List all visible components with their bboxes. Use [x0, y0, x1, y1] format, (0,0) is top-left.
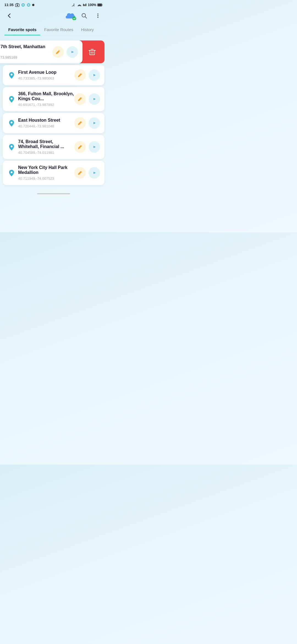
- edit-button-4[interactable]: [74, 141, 86, 153]
- item-content: 74, Broad Street, Whitehall, Financial .…: [18, 139, 74, 155]
- svg-point-31: [11, 171, 13, 173]
- swipe-card-actions: [52, 46, 78, 58]
- svg-point-19: [97, 15, 98, 16]
- cloud-sync-button[interactable]: [65, 11, 75, 21]
- svg-point-1: [17, 4, 18, 6]
- status-right: 100%: [72, 3, 103, 7]
- tab-favorite-spots[interactable]: Favorite spots: [4, 24, 40, 35]
- search-button[interactable]: [79, 11, 89, 21]
- svg-point-7: [28, 4, 29, 5]
- edit-button-0[interactable]: [52, 46, 64, 58]
- svg-point-29: [11, 122, 13, 124]
- list-item: 74, Broad Street, Whitehall, Financial .…: [3, 135, 105, 159]
- status-app-icon2: [27, 3, 31, 7]
- status-bar: 11:35 100%: [0, 0, 107, 9]
- share-button-1[interactable]: [89, 69, 100, 81]
- share-button-2[interactable]: [89, 93, 100, 105]
- item-title: 74, Broad Street, Whitehall, Financial .…: [18, 139, 74, 149]
- svg-line-17: [85, 17, 87, 18]
- svg-rect-10: [83, 4, 84, 6]
- status-time: 11:35: [4, 3, 13, 7]
- item-coords: 40.733385,-73.980063: [18, 76, 74, 80]
- status-photo-icon: [15, 3, 20, 7]
- svg-rect-12: [86, 4, 86, 6]
- item-title: East Houston Street: [18, 118, 74, 123]
- item-actions: [74, 93, 100, 105]
- pin-icon: [7, 71, 16, 79]
- swipe-card: 0, East 7th Street, Manhattan Com... .72…: [0, 40, 82, 63]
- svg-line-9: [72, 5, 74, 6]
- item-coords: 40.711949,-74.007523: [18, 176, 74, 181]
- swipe-card-coords: .726544,-73.985169: [0, 55, 52, 59]
- bottom-indicator: [0, 189, 107, 197]
- list-item: East Houston Street 40.720448,-73.981048: [3, 113, 105, 133]
- share-button-4[interactable]: [89, 141, 100, 153]
- item-actions: [74, 117, 100, 129]
- svg-rect-11: [84, 4, 85, 6]
- list-area: 0, East 7th Street, Manhattan Com... .72…: [0, 37, 107, 189]
- item-coords: 40.691671,-73.987892: [18, 103, 74, 107]
- svg-point-28: [11, 98, 13, 100]
- edit-button-2[interactable]: [74, 93, 86, 105]
- item-actions: [74, 141, 100, 153]
- more-options-button[interactable]: [93, 11, 103, 21]
- svg-point-30: [11, 146, 13, 148]
- share-button-0[interactable]: [67, 46, 78, 58]
- pin-icon: [7, 169, 16, 177]
- tabs-container: Favorite spots Favorite Routes History: [0, 24, 107, 36]
- list-item: First Avenue Loop 40.733385,-73.980063: [3, 65, 105, 85]
- item-content: 366, Fulton Mall, Brooklyn, Kings Cou...…: [18, 91, 74, 107]
- back-button[interactable]: [4, 11, 14, 21]
- edit-button-3[interactable]: [74, 117, 86, 129]
- item-title: First Avenue Loop: [18, 70, 74, 75]
- item-title: 366, Fulton Mall, Brooklyn, Kings Cou...: [18, 91, 74, 101]
- item-content: First Avenue Loop 40.733385,-73.980063: [18, 70, 74, 80]
- swipe-card-title: 0, East 7th Street, Manhattan Com...: [0, 44, 52, 54]
- pin-icon: [7, 95, 16, 103]
- tab-favorite-routes[interactable]: Favorite Routes: [40, 24, 77, 35]
- item-title: New York City Hall Park Medallion: [18, 165, 74, 175]
- swipe-wrapper: 0, East 7th Street, Manhattan Com... .72…: [3, 40, 105, 63]
- svg-point-20: [97, 17, 98, 18]
- list-item: New York City Hall Park Medallion 40.711…: [3, 161, 105, 185]
- item-coords: 40.704589,-74.011981: [18, 151, 74, 155]
- svg-point-18: [97, 13, 98, 15]
- tab-history[interactable]: History: [77, 24, 98, 35]
- edit-button-5[interactable]: [74, 167, 86, 179]
- svg-point-4: [23, 4, 23, 5]
- status-dot: [32, 4, 34, 6]
- item-coords: 40.720448,-73.981048: [18, 124, 74, 128]
- home-indicator: [37, 193, 70, 194]
- svg-rect-14: [98, 4, 102, 6]
- item-content: East Houston Street 40.720448,-73.981048: [18, 118, 74, 128]
- svg-point-27: [11, 74, 13, 76]
- delete-button[interactable]: [80, 40, 105, 63]
- share-button-3[interactable]: [89, 117, 100, 129]
- share-button-5[interactable]: [89, 167, 100, 179]
- status-app-icon1: [21, 3, 25, 7]
- item-actions: [74, 167, 100, 179]
- item-content: New York City Hall Park Medallion 40.711…: [18, 165, 74, 181]
- edit-button-1[interactable]: [74, 69, 86, 81]
- item-actions: [74, 69, 100, 81]
- pin-icon: [7, 143, 16, 151]
- pin-icon: [7, 119, 16, 127]
- nav-icons: [65, 11, 103, 21]
- list-item: 366, Fulton Mall, Brooklyn, Kings Cou...…: [3, 87, 105, 111]
- nav-bar: [0, 9, 107, 24]
- swipe-card-content: 0, East 7th Street, Manhattan Com... .72…: [0, 44, 52, 59]
- battery-percent: 100%: [88, 3, 96, 7]
